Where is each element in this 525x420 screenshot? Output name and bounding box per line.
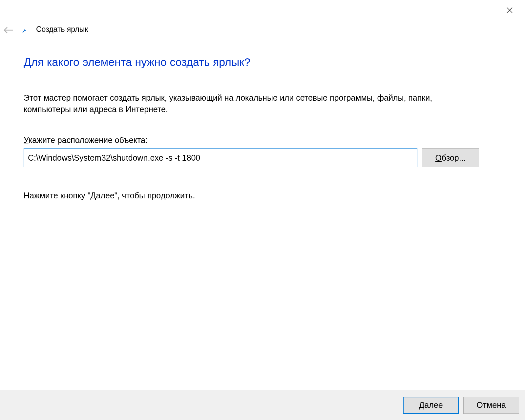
location-input[interactable] bbox=[24, 148, 417, 167]
cancel-button[interactable]: Отмена bbox=[463, 397, 519, 414]
page-heading: Для какого элемента нужно создать ярлык? bbox=[24, 56, 479, 69]
back-arrow-icon bbox=[3, 25, 14, 36]
location-row: Обзор... bbox=[24, 148, 479, 167]
shortcut-icon bbox=[21, 28, 28, 34]
window-title: Создать ярлык bbox=[36, 25, 88, 34]
location-label-accel: У bbox=[24, 135, 29, 145]
wizard-description: Этот мастер помогает создать ярлык, указ… bbox=[24, 92, 479, 115]
continue-hint: Нажмите кнопку "Далее", чтобы продолжить… bbox=[24, 191, 479, 200]
browse-accel: О bbox=[435, 153, 441, 162]
next-button[interactable]: Далее bbox=[403, 397, 459, 414]
location-label: Укажите расположение объекта: bbox=[24, 135, 479, 145]
browse-button[interactable]: Обзор... bbox=[422, 148, 479, 167]
back-button[interactable] bbox=[2, 24, 15, 37]
close-button[interactable] bbox=[505, 6, 514, 14]
next-accel: Д bbox=[419, 400, 424, 410]
close-icon bbox=[507, 7, 513, 13]
location-label-rest: кажите расположение объекта: bbox=[29, 135, 148, 145]
next-rest: алее bbox=[424, 400, 443, 410]
dialog-footer: Далее Отмена bbox=[0, 390, 525, 420]
browse-rest: бзор... bbox=[442, 153, 466, 162]
main-content: Для какого элемента нужно создать ярлык?… bbox=[24, 56, 479, 200]
